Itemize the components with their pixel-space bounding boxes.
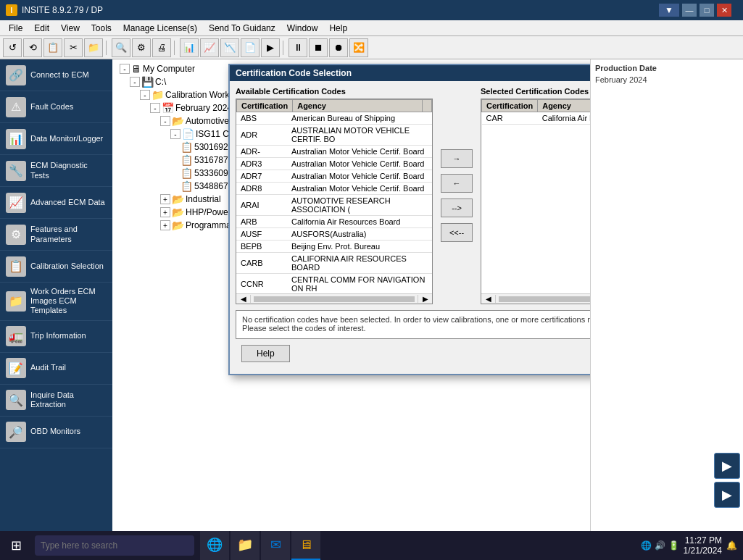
- cert-cell: ADR: [236, 125, 287, 146]
- sidebar-item-data-monitor[interactable]: 📊 Data Monitor/Logger: [0, 123, 112, 155]
- available-code-row[interactable]: CARBCALIFORNIA AIR RESOURCES BOARD: [236, 253, 432, 274]
- taskbar-app-mail[interactable]: ✉: [261, 531, 290, 560]
- expand-progdatalink[interactable]: +: [160, 220, 170, 230]
- expand-automotive[interactable]: -: [160, 116, 170, 126]
- taskbar-app-explorer[interactable]: 📁: [231, 531, 260, 560]
- cert-cell: ARAI: [236, 195, 287, 216]
- sidebar-label-audit-trail: Audit Trail: [30, 363, 66, 372]
- move-all-right-button[interactable]: -->: [441, 198, 473, 217]
- sidebar-item-inquire-data[interactable]: 🔍 Inquire Data Extraction: [0, 385, 112, 417]
- selected-codes-col: Selected Certification Codes Certificati…: [481, 87, 591, 304]
- toolbar-btn-7[interactable]: ⚙: [132, 38, 151, 57]
- toolbar-btn-3[interactable]: 📋: [43, 38, 62, 57]
- sidebar-item-trip-information[interactable]: 🚛 Trip Information: [0, 321, 112, 353]
- maximize-button[interactable]: □: [700, 4, 714, 17]
- expand-cdrive[interactable]: -: [130, 77, 140, 87]
- sidebar-item-fault-codes[interactable]: ⚠ Fault Codes: [0, 91, 112, 123]
- agency-cell: AUSFORS(Australia): [287, 228, 432, 241]
- sel-scroll-left-btn[interactable]: ◀: [481, 295, 496, 303]
- network-icon: 🌐: [641, 540, 652, 551]
- sidebar-item-work-orders[interactable]: 📁 Work Orders ECM Images ECM Templates: [0, 283, 112, 321]
- start-button[interactable]: ⊞: [0, 531, 32, 560]
- menu-edit[interactable]: Edit: [28, 22, 55, 35]
- help-button[interactable]: Help: [241, 345, 290, 362]
- menu-view[interactable]: View: [55, 22, 86, 35]
- sidebar-item-features-parameters[interactable]: ⚙ Features and Parameters: [0, 219, 112, 251]
- toolbar-btn-9[interactable]: 📊: [180, 38, 199, 57]
- toolbar-btn-12[interactable]: 📄: [241, 38, 260, 57]
- horiz-scroll-selected[interactable]: ◀ ▶: [481, 293, 591, 304]
- menu-send-to-guidanz[interactable]: Send To Guidanz: [203, 22, 281, 35]
- cert-cell: CCNR: [236, 274, 287, 294]
- sidebar-item-audit-trail[interactable]: 📝 Audit Trail: [0, 353, 112, 385]
- available-code-row[interactable]: ADR3Australian Motor Vehicle Certif. Boa…: [236, 158, 432, 170]
- sidebar-item-ecm-diagnostic[interactable]: 🔧 ECM Diagnostic Tests: [0, 155, 112, 187]
- sidebar-item-advanced-ecm[interactable]: 📈 Advanced ECM Data: [0, 187, 112, 219]
- toolbar-btn-4[interactable]: ✂: [64, 38, 83, 57]
- sidebar-item-calibration[interactable]: 📋 Calibration Selection: [0, 251, 112, 283]
- toolbar-btn-13[interactable]: ▶: [261, 38, 280, 57]
- toolbar-btn-6[interactable]: 🔍: [112, 38, 130, 57]
- action-buttons: ▶ ▶: [711, 450, 743, 511]
- tree-label-cdrive: C:\: [155, 77, 166, 87]
- available-code-row[interactable]: CCNRCENTRAL COMM FOR NAVIGATION ON RH: [236, 274, 432, 294]
- action-btn-1[interactable]: ▶: [714, 453, 740, 479]
- toolbar-btn-8[interactable]: 🖨: [152, 38, 171, 57]
- menu-manage-license[interactable]: Manage License(s): [117, 22, 203, 35]
- sidebar-item-obd-monitors[interactable]: 🔎 OBD Monitors: [0, 417, 112, 448]
- move-right-button[interactable]: →: [441, 149, 473, 168]
- available-code-row[interactable]: BEPBBeijing Env. Prot. Bureau: [236, 241, 432, 253]
- horiz-scroll-available[interactable]: ◀ ▶: [236, 293, 432, 304]
- move-all-left-button[interactable]: <<--: [441, 223, 473, 242]
- toolbar-btn-17[interactable]: 🔀: [349, 38, 368, 57]
- action-btn-2[interactable]: ▶: [714, 482, 740, 508]
- content-area: - 🖥 My Computer - 💾 C:\ - 📁 Calibration: [112, 59, 743, 540]
- expand-industrial[interactable]: +: [160, 194, 170, 204]
- available-codes-scroll[interactable]: ABSAmerican Bureau of ShippingADRAUSTRAL…: [236, 112, 432, 293]
- sidebar-item-connect-to-ecm[interactable]: 🔗 Connect to ECM: [0, 59, 112, 91]
- notifications-icon[interactable]: 🔔: [726, 540, 737, 551]
- available-code-row[interactable]: ADR-Australian Motor Vehicle Certif. Boa…: [236, 146, 432, 158]
- toolbar-btn-14[interactable]: ⏸: [289, 38, 307, 57]
- toolbar-btn-10[interactable]: 📈: [200, 38, 219, 57]
- available-code-row[interactable]: ADR7Australian Motor Vehicle Certif. Boa…: [236, 170, 432, 183]
- move-left-button[interactable]: ←: [441, 174, 473, 193]
- minimize-button[interactable]: —: [682, 4, 697, 17]
- dropdown-arrow[interactable]: ▼: [659, 4, 679, 17]
- cdrive-icon: 💾: [141, 76, 154, 88]
- available-code-row[interactable]: ABSAmerican Bureau of Shipping: [236, 112, 432, 125]
- trip-info-icon: 🚛: [6, 326, 26, 346]
- toolbar-btn-5[interactable]: 📁: [84, 38, 103, 57]
- dialog-title: Certification Code Selection: [236, 68, 352, 78]
- scroll-left-btn[interactable]: ◀: [236, 295, 251, 303]
- expand-calworkspace[interactable]: -: [140, 90, 150, 100]
- available-code-row[interactable]: ADR8Australian Motor Vehicle Certif. Boa…: [236, 183, 432, 195]
- close-button[interactable]: ✕: [717, 4, 731, 17]
- available-code-row[interactable]: ADRAUSTRALIAN MOTOR VEHICLE CERTIF. BO: [236, 125, 432, 146]
- available-codes-table-wrap: Certification Agency: [236, 99, 433, 304]
- scroll-right-btn[interactable]: ▶: [418, 295, 432, 303]
- expand-feb2024[interactable]: -: [150, 103, 160, 113]
- toolbar-btn-15[interactable]: ⏹: [309, 38, 328, 57]
- toolbar-btn-2[interactable]: ⟲: [23, 38, 42, 57]
- menu-window[interactable]: Window: [281, 22, 324, 35]
- expand-mycomputer[interactable]: -: [120, 64, 130, 74]
- menu-help[interactable]: Help: [323, 22, 353, 35]
- agency-cell: CENTRAL COMM FOR NAVIGATION ON RH: [287, 274, 432, 294]
- expand-hhp[interactable]: +: [160, 207, 170, 217]
- cert-cell: ADR7: [236, 170, 287, 183]
- expand-isg11[interactable]: -: [170, 129, 180, 139]
- cert-cell: BEPB: [236, 241, 287, 253]
- toolbar-btn-11[interactable]: 📉: [220, 38, 239, 57]
- menu-file[interactable]: File: [3, 22, 28, 35]
- taskbar-app-insite[interactable]: 🖥: [291, 531, 320, 560]
- toolbar-btn-16[interactable]: ⏺: [329, 38, 348, 57]
- taskbar-search[interactable]: [35, 535, 194, 556]
- selected-code-row[interactable]: CARCalifornia Air Resources Board: [482, 112, 592, 125]
- available-code-row[interactable]: ARBCalifornia Air Resources Board: [236, 216, 432, 228]
- taskbar-app-edge[interactable]: 🌐: [200, 531, 229, 560]
- available-code-row[interactable]: ARAIAUTOMOTIVE RESEARCH ASSOCIATION (: [236, 195, 432, 216]
- toolbar-btn-1[interactable]: ↺: [3, 38, 22, 57]
- menu-tools[interactable]: Tools: [86, 22, 117, 35]
- available-code-row[interactable]: AUSFAUSFORS(Australia): [236, 228, 432, 241]
